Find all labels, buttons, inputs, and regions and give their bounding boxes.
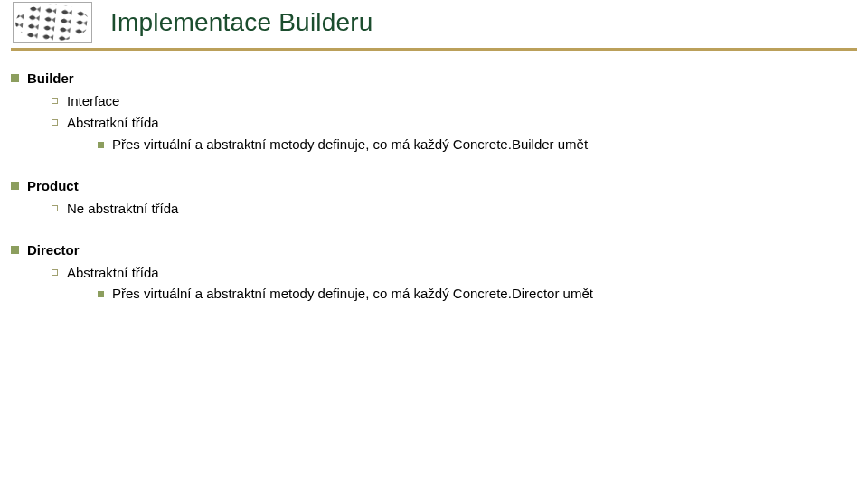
bullet-product-notabstract: Ne abstraktní třída [11, 199, 857, 220]
bullet-builder-abstract-detail: Přes virtuální a abstraktní metody defin… [11, 135, 857, 155]
bullet-director-abstract: Abstraktní třída [11, 263, 857, 284]
bullet-text: Ne abstraktní třída [67, 201, 178, 216]
square-bullet-icon [11, 74, 19, 82]
bullet-product: Product [11, 176, 857, 197]
hollow-square-bullet-icon [52, 205, 58, 211]
hollow-square-bullet-icon [52, 98, 58, 104]
slide-body: Builder Interface Abstratkní třída Přes … [11, 63, 857, 305]
bullet-builder-interface: Interface [11, 91, 857, 112]
bullet-text: Abstraktní třída [67, 265, 159, 280]
bullet-text: Director [27, 242, 80, 258]
slide-header: Implementace Builderu [13, 2, 373, 43]
square-bullet-icon [11, 246, 19, 254]
bullet-text: Interface [67, 93, 119, 108]
bullet-builder-abstract: Abstratkní třída [11, 113, 857, 134]
hollow-square-bullet-icon [52, 269, 58, 276]
bullet-text: Přes virtuální a abstraktní metody defin… [112, 286, 593, 301]
bullet-builder: Builder [11, 69, 857, 89]
logo-image [13, 2, 92, 43]
bullet-text: Přes virtuální a abstraktní metody defin… [112, 136, 588, 152]
square-bullet-icon [98, 142, 104, 148]
divider [11, 48, 857, 51]
slide-title: Implementace Builderu [110, 8, 373, 37]
slide: Implementace Builderu Builder Interface … [0, 0, 868, 488]
bullet-director: Director [11, 240, 857, 261]
svg-point-0 [15, 4, 90, 41]
bullet-text: Abstratkní třída [67, 115, 159, 130]
bullet-text: Product [27, 178, 79, 193]
square-bullet-icon [98, 291, 104, 297]
bullet-director-abstract-detail: Přes virtuální a abstraktní metody defin… [11, 284, 857, 305]
square-bullet-icon [11, 182, 19, 190]
bullet-text: Builder [27, 70, 74, 86]
hollow-square-bullet-icon [52, 119, 58, 126]
